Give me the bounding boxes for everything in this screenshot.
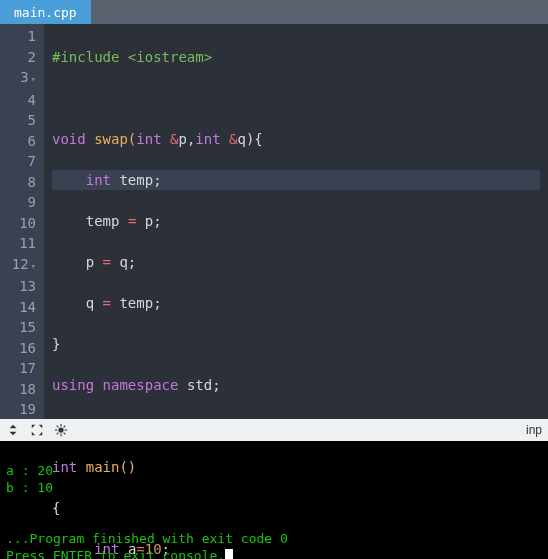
console-line: b : 10 — [6, 480, 53, 495]
cursor — [225, 549, 233, 559]
line-number: 18 — [4, 379, 36, 400]
line-number: 11 — [4, 233, 36, 254]
tab-main-cpp[interactable]: main.cpp — [0, 0, 91, 24]
line-number: 5 — [4, 110, 36, 131]
line-number: 9 — [4, 192, 36, 213]
line-number: 16 — [4, 338, 36, 359]
svg-point-0 — [58, 427, 63, 432]
line-number[interactable]: 12 — [4, 254, 36, 277]
line-number: 8 — [4, 172, 36, 193]
code-editor: 1 2 3 4 5 6 7 8 9 10 11 12 13 14 15 16 1… — [0, 24, 548, 419]
code-area[interactable]: #include <iostream> void swap(int &p,int… — [44, 24, 548, 419]
line-number: 1 — [4, 26, 36, 47]
collapse-icon[interactable] — [6, 423, 20, 437]
tab-label: main.cpp — [14, 5, 77, 20]
tab-bar: main.cpp — [0, 0, 548, 24]
line-number: 2 — [4, 47, 36, 68]
input-label: inp — [526, 423, 542, 437]
console-line: Press ENTER to exit console. — [6, 548, 225, 559]
line-number-gutter: 1 2 3 4 5 6 7 8 9 10 11 12 13 14 15 16 1… — [0, 24, 44, 419]
line-number[interactable]: 3 — [4, 67, 36, 90]
expand-icon[interactable] — [30, 423, 44, 437]
line-number: 10 — [4, 213, 36, 234]
line-number: 4 — [4, 90, 36, 111]
line-number: 19 — [4, 399, 36, 420]
line-number: 13 — [4, 276, 36, 297]
line-number: 15 — [4, 317, 36, 338]
console-line: a : 20 — [6, 463, 53, 478]
line-number: 7 — [4, 151, 36, 172]
debug-icon[interactable] — [54, 423, 68, 437]
line-number: 14 — [4, 297, 36, 318]
line-number: 6 — [4, 131, 36, 152]
console-line: ...Program finished with exit code 0 — [6, 531, 288, 546]
line-number: 17 — [4, 358, 36, 379]
